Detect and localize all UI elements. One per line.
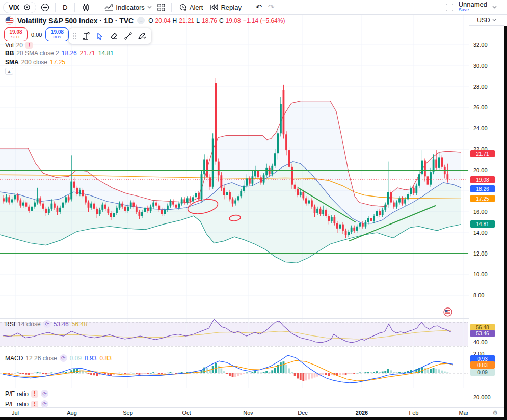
candle-body[interactable]	[297, 189, 299, 195]
candle-body[interactable]	[333, 217, 335, 223]
candle-body[interactable]	[175, 205, 177, 208]
candle-body[interactable]	[300, 192, 302, 195]
candle-body[interactable]	[274, 153, 276, 166]
candle-body[interactable]	[189, 198, 191, 201]
candle-body[interactable]	[430, 172, 432, 185]
candle-body[interactable]	[59, 208, 61, 212]
candle-body[interactable]	[348, 232, 350, 235]
candle-body[interactable]	[19, 200, 21, 205]
candle-body[interactable]	[6, 197, 8, 201]
candle-body[interactable]	[85, 196, 87, 202]
candle-body[interactable]	[220, 175, 222, 188]
candle-body[interactable]	[325, 210, 327, 216]
pane-divider[interactable]	[0, 318, 504, 319]
legend-rsi[interactable]: RSI 14 close ⟳ 53.4656.48	[5, 320, 90, 328]
candle-body[interactable]	[3, 198, 5, 201]
candle-body[interactable]	[17, 195, 19, 200]
candle-body[interactable]	[65, 197, 67, 202]
pe1-warning-icon[interactable]: !	[31, 390, 38, 398]
cursor-tool-icon[interactable]	[94, 30, 106, 42]
candle-body[interactable]	[155, 203, 157, 206]
candle-body[interactable]	[82, 190, 84, 196]
candle-body[interactable]	[223, 188, 225, 195]
candle-body[interactable]	[34, 203, 36, 207]
candle-body[interactable]	[424, 161, 426, 177]
timeframe-button[interactable]: D	[59, 2, 71, 13]
candle-body[interactable]	[130, 203, 132, 207]
candle-body[interactable]	[427, 176, 429, 184]
candle-body[interactable]	[308, 200, 310, 203]
sell-button[interactable]: 19.08 SELL	[4, 27, 28, 41]
candle-body[interactable]	[139, 212, 141, 216]
legend-pe-ratio-1[interactable]: P/E ratio ! ⟳	[5, 390, 48, 398]
candle-body[interactable]	[229, 192, 231, 199]
candle-body[interactable]	[218, 162, 220, 176]
candle-body[interactable]	[353, 228, 355, 231]
candle-body[interactable]	[76, 188, 78, 194]
candle-body[interactable]	[201, 174, 203, 199]
candle-body[interactable]	[42, 204, 44, 209]
candle-body[interactable]	[110, 213, 112, 217]
legend-pe-ratio-2[interactable]: P/E ratio ! ⟳	[5, 400, 48, 408]
pane-divider[interactable]	[0, 399, 504, 399]
pane-divider[interactable]	[0, 351, 504, 351]
candle-body[interactable]	[107, 209, 109, 213]
candle-body[interactable]	[192, 197, 194, 201]
candle-body[interactable]	[124, 207, 126, 211]
candle-body[interactable]	[181, 199, 183, 203]
templates-grid-icon[interactable]	[155, 1, 168, 13]
candle-body[interactable]	[342, 225, 344, 231]
candle-body[interactable]	[57, 208, 59, 212]
candle-body[interactable]	[336, 223, 338, 229]
candle-body[interactable]	[421, 161, 423, 175]
candle-body[interactable]	[22, 203, 24, 206]
candle-body[interactable]	[70, 182, 72, 200]
candle-body[interactable]	[116, 208, 118, 213]
symbol-title[interactable]: Volatility S&P 500 Index · 1D · TVC	[17, 17, 134, 25]
candle-body[interactable]	[252, 176, 254, 183]
legend-sma[interactable]: SMA 200 close 17.25	[5, 59, 68, 66]
candle-body[interactable]	[93, 204, 95, 209]
candle-body[interactable]	[243, 186, 245, 191]
candle-body[interactable]	[152, 203, 154, 207]
candle-body[interactable]	[144, 208, 146, 212]
candle-body[interactable]	[311, 200, 313, 206]
layout-checkbox[interactable]	[446, 4, 453, 11]
buy-button[interactable]: 19.08 BUY	[45, 27, 69, 41]
time-axis[interactable]: ⚙ JulAugSepOctNovDec2026FebMar	[0, 407, 504, 417]
volume-warning-icon[interactable]: !	[25, 42, 33, 49]
candle-body[interactable]	[285, 134, 287, 150]
pe2-warning-icon[interactable]: !	[31, 401, 38, 408]
candle-body[interactable]	[37, 198, 39, 202]
candle-body[interactable]	[444, 167, 446, 174]
candle-body[interactable]	[302, 192, 304, 198]
candle-body[interactable]	[387, 192, 389, 205]
candle-body[interactable]	[119, 204, 121, 208]
candle-body[interactable]	[54, 204, 56, 208]
candle-body[interactable]	[172, 202, 174, 205]
candle-body[interactable]	[50, 204, 52, 209]
candle-body[interactable]	[141, 212, 143, 216]
candle-body[interactable]	[170, 202, 172, 206]
candle-body[interactable]	[45, 209, 47, 213]
candle-body[interactable]	[260, 177, 262, 182]
candle-body[interactable]	[373, 216, 375, 221]
candle-body[interactable]	[198, 193, 200, 199]
candle-body[interactable]	[237, 196, 239, 200]
candle-body[interactable]	[418, 174, 420, 186]
candle-body[interactable]	[376, 211, 378, 216]
candle-body[interactable]	[158, 206, 160, 210]
pane-divider[interactable]	[0, 388, 504, 388]
candle-body[interactable]	[234, 200, 236, 203]
candle-body[interactable]	[435, 160, 437, 168]
candle-body[interactable]	[73, 182, 75, 188]
candle-body[interactable]	[277, 133, 279, 153]
candle-body[interactable]	[206, 160, 208, 178]
candle-body[interactable]	[398, 198, 401, 202]
legend-macd[interactable]: MACD 12 26 close ⟳ 0.090.930.83	[5, 354, 115, 362]
candle-body[interactable]	[359, 223, 361, 227]
candle-body[interactable]	[90, 204, 92, 208]
candle-body[interactable]	[322, 210, 324, 214]
legend-collapse-button[interactable]: ▲	[5, 68, 13, 75]
candle-body[interactable]	[407, 194, 409, 199]
